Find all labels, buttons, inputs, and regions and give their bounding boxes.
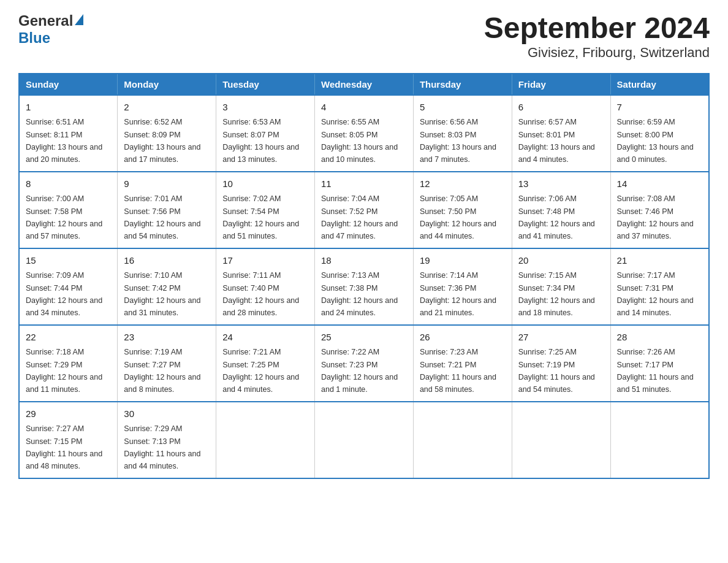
logo-triangle-icon (75, 14, 83, 25)
calendar-week-2: 8 Sunrise: 7:00 AMSunset: 7:58 PMDayligh… (19, 172, 709, 248)
calendar-cell: 30 Sunrise: 7:29 AMSunset: 7:13 PMDaylig… (118, 402, 216, 478)
day-info: Sunrise: 7:15 AMSunset: 7:34 PMDaylight:… (518, 271, 595, 317)
calendar-week-4: 22 Sunrise: 7:18 AMSunset: 7:29 PMDaylig… (19, 325, 709, 402)
day-info: Sunrise: 7:19 AMSunset: 7:27 PMDaylight:… (124, 348, 200, 394)
day-number: 12 (420, 177, 506, 191)
calendar-cell: 24 Sunrise: 7:21 AMSunset: 7:25 PMDaylig… (216, 325, 315, 402)
logo-general-text: General (18, 12, 73, 29)
day-number: 13 (518, 177, 604, 191)
day-number: 17 (222, 254, 308, 268)
day-info: Sunrise: 7:29 AMSunset: 7:13 PMDaylight:… (124, 424, 200, 470)
day-number: 16 (124, 254, 210, 268)
calendar-cell: 26 Sunrise: 7:23 AMSunset: 7:21 PMDaylig… (413, 325, 512, 402)
day-info: Sunrise: 6:52 AMSunset: 8:09 PMDaylight:… (124, 118, 200, 164)
day-number: 2 (124, 101, 210, 115)
calendar-cell: 17 Sunrise: 7:11 AMSunset: 7:40 PMDaylig… (216, 248, 315, 325)
day-info: Sunrise: 7:26 AMSunset: 7:17 PMDaylight:… (617, 348, 694, 394)
calendar-title: September 2024 (484, 12, 710, 45)
calendar-cell: 10 Sunrise: 7:02 AMSunset: 7:54 PMDaylig… (216, 172, 315, 248)
calendar-week-1: 1 Sunrise: 6:51 AMSunset: 8:11 PMDayligh… (19, 95, 709, 172)
day-number: 11 (321, 177, 407, 191)
day-number: 8 (26, 177, 111, 191)
day-info: Sunrise: 6:55 AMSunset: 8:05 PMDaylight:… (321, 118, 398, 164)
day-info: Sunrise: 6:56 AMSunset: 8:03 PMDaylight:… (420, 118, 496, 164)
day-info: Sunrise: 6:57 AMSunset: 8:01 PMDaylight:… (518, 118, 595, 164)
day-info: Sunrise: 7:27 AMSunset: 7:15 PMDaylight:… (26, 424, 102, 470)
header-row: Sunday Monday Tuesday Wednesday Thursday… (19, 74, 709, 95)
calendar-cell (512, 402, 610, 478)
day-number: 21 (617, 254, 702, 268)
day-number: 1 (26, 101, 111, 115)
calendar-cell: 3 Sunrise: 6:53 AMSunset: 8:07 PMDayligh… (216, 95, 315, 172)
day-info: Sunrise: 7:18 AMSunset: 7:29 PMDaylight:… (26, 348, 102, 394)
day-number: 23 (124, 331, 210, 345)
calendar-body: 1 Sunrise: 6:51 AMSunset: 8:11 PMDayligh… (19, 95, 709, 478)
day-info: Sunrise: 6:59 AMSunset: 8:00 PMDaylight:… (617, 118, 694, 164)
calendar-cell: 8 Sunrise: 7:00 AMSunset: 7:58 PMDayligh… (19, 172, 118, 248)
calendar-cell (413, 402, 512, 478)
calendar-cell: 18 Sunrise: 7:13 AMSunset: 7:38 PMDaylig… (315, 248, 414, 325)
calendar-week-5: 29 Sunrise: 7:27 AMSunset: 7:15 PMDaylig… (19, 402, 709, 478)
header-thursday: Thursday (413, 74, 512, 95)
calendar-cell: 21 Sunrise: 7:17 AMSunset: 7:31 PMDaylig… (610, 248, 709, 325)
calendar-header: Sunday Monday Tuesday Wednesday Thursday… (19, 74, 709, 95)
day-info: Sunrise: 7:02 AMSunset: 7:54 PMDaylight:… (222, 194, 299, 240)
day-number: 14 (617, 177, 702, 191)
calendar-cell: 13 Sunrise: 7:06 AMSunset: 7:48 PMDaylig… (512, 172, 610, 248)
calendar-cell: 11 Sunrise: 7:04 AMSunset: 7:52 PMDaylig… (315, 172, 414, 248)
calendar-cell: 2 Sunrise: 6:52 AMSunset: 8:09 PMDayligh… (118, 95, 216, 172)
day-info: Sunrise: 7:22 AMSunset: 7:23 PMDaylight:… (321, 348, 398, 394)
day-number: 19 (420, 254, 506, 268)
day-number: 4 (321, 101, 407, 115)
calendar-cell: 19 Sunrise: 7:14 AMSunset: 7:36 PMDaylig… (413, 248, 512, 325)
day-number: 27 (518, 331, 604, 345)
calendar-cell: 22 Sunrise: 7:18 AMSunset: 7:29 PMDaylig… (19, 325, 118, 402)
calendar-cell (216, 402, 315, 478)
logo: General Blue (18, 12, 83, 47)
day-number: 26 (420, 331, 506, 345)
day-info: Sunrise: 7:13 AMSunset: 7:38 PMDaylight:… (321, 271, 398, 317)
header-friday: Friday (512, 74, 610, 95)
header-sunday: Sunday (19, 74, 118, 95)
day-number: 15 (26, 254, 111, 268)
day-info: Sunrise: 7:21 AMSunset: 7:25 PMDaylight:… (222, 348, 299, 394)
calendar-cell: 5 Sunrise: 6:56 AMSunset: 8:03 PMDayligh… (413, 95, 512, 172)
day-number: 28 (617, 331, 702, 345)
day-info: Sunrise: 7:00 AMSunset: 7:58 PMDaylight:… (26, 194, 102, 240)
title-block: September 2024 Givisiez, Fribourg, Switz… (484, 12, 710, 61)
calendar-cell: 29 Sunrise: 7:27 AMSunset: 7:15 PMDaylig… (19, 402, 118, 478)
day-number: 25 (321, 331, 407, 345)
day-number: 5 (420, 101, 506, 115)
day-number: 9 (124, 177, 210, 191)
day-info: Sunrise: 7:04 AMSunset: 7:52 PMDaylight:… (321, 194, 398, 240)
page-header: General Blue September 2024 Givisiez, Fr… (18, 12, 710, 61)
calendar-cell (610, 402, 709, 478)
calendar-cell: 20 Sunrise: 7:15 AMSunset: 7:34 PMDaylig… (512, 248, 610, 325)
day-number: 6 (518, 101, 604, 115)
day-number: 18 (321, 254, 407, 268)
day-number: 30 (124, 407, 210, 421)
header-tuesday: Tuesday (216, 74, 315, 95)
day-info: Sunrise: 7:09 AMSunset: 7:44 PMDaylight:… (26, 271, 102, 317)
day-info: Sunrise: 6:53 AMSunset: 8:07 PMDaylight:… (222, 118, 299, 164)
calendar-cell: 25 Sunrise: 7:22 AMSunset: 7:23 PMDaylig… (315, 325, 414, 402)
day-number: 22 (26, 331, 111, 345)
header-wednesday: Wednesday (315, 74, 414, 95)
day-info: Sunrise: 7:14 AMSunset: 7:36 PMDaylight:… (420, 271, 496, 317)
day-info: Sunrise: 7:06 AMSunset: 7:48 PMDaylight:… (518, 194, 595, 240)
calendar-cell: 12 Sunrise: 7:05 AMSunset: 7:50 PMDaylig… (413, 172, 512, 248)
logo-blue-text: Blue (18, 29, 50, 46)
calendar-table: Sunday Monday Tuesday Wednesday Thursday… (18, 73, 710, 479)
day-number: 20 (518, 254, 604, 268)
day-number: 7 (617, 101, 702, 115)
calendar-cell: 9 Sunrise: 7:01 AMSunset: 7:56 PMDayligh… (118, 172, 216, 248)
day-info: Sunrise: 7:23 AMSunset: 7:21 PMDaylight:… (420, 348, 496, 394)
day-number: 3 (222, 101, 308, 115)
day-info: Sunrise: 7:10 AMSunset: 7:42 PMDaylight:… (124, 271, 200, 317)
calendar-cell: 1 Sunrise: 6:51 AMSunset: 8:11 PMDayligh… (19, 95, 118, 172)
header-saturday: Saturday (610, 74, 709, 95)
calendar-cell: 15 Sunrise: 7:09 AMSunset: 7:44 PMDaylig… (19, 248, 118, 325)
calendar-week-3: 15 Sunrise: 7:09 AMSunset: 7:44 PMDaylig… (19, 248, 709, 325)
calendar-subtitle: Givisiez, Fribourg, Switzerland (484, 45, 710, 61)
calendar-cell: 28 Sunrise: 7:26 AMSunset: 7:17 PMDaylig… (610, 325, 709, 402)
